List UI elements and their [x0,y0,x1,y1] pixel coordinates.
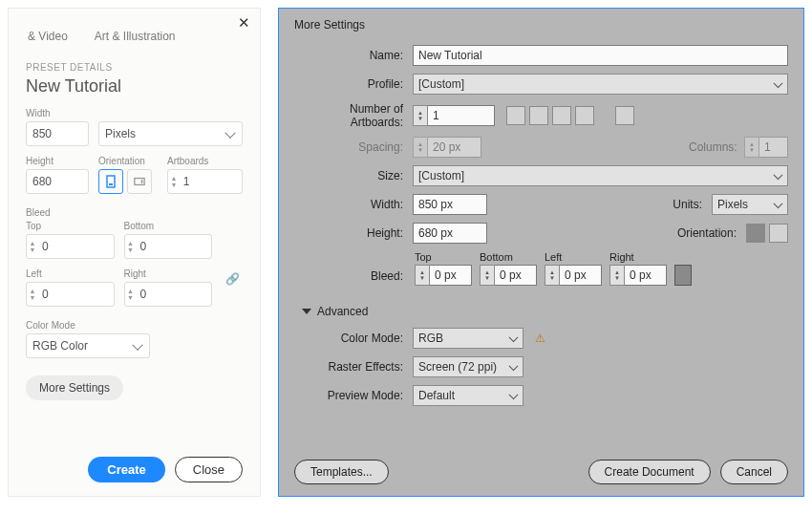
r-units-label: Units: [656,198,706,211]
advanced-section-toggle[interactable]: Advanced [302,305,788,318]
preview-label: Preview Mode: [294,389,407,402]
preset-details-label: PRESET DETAILS [26,62,243,73]
svg-rect-1 [109,183,113,185]
arrange-ltr-icon[interactable] [575,106,594,125]
bleed-left-stepper[interactable]: ▲▼ [26,282,115,307]
create-button[interactable]: Create [88,457,164,482]
bleed-top-stepper[interactable]: ▲▼ [26,234,115,259]
bleed-top-value[interactable] [38,240,113,253]
r-orientation-landscape-icon[interactable] [769,224,788,243]
width-label: Width [26,108,89,118]
orientation-landscape-icon[interactable] [127,169,152,194]
r-left-label: Left [545,251,602,263]
left-label: Left [26,268,115,279]
r-orientation-portrait-icon[interactable] [746,224,765,243]
svg-rect-0 [107,176,115,187]
profile-select[interactable]: [Custom] [413,74,788,95]
dialog-title: More Settings [294,18,788,45]
r-bottom-label: Bottom [480,251,537,263]
size-select[interactable]: [Custom] [413,165,788,186]
document-category-tabs: & Video Art & Illustration [26,18,243,60]
bleed-label: Bleed [26,207,243,218]
name-label: Name: [294,49,407,62]
size-label: Size: [294,169,407,182]
more-settings-button[interactable]: More Settings [26,375,123,400]
color-mode-select[interactable]: RGB Color [26,333,150,358]
r-units-select[interactable]: Pixels [712,194,788,215]
artboards-stepper[interactable]: ▲▼ [167,169,243,194]
r-bleed-bottom[interactable]: ▲▼0 px [480,265,537,286]
profile-label: Profile: [294,77,407,91]
close-icon[interactable]: ✕ [238,14,250,32]
raster-label: Raster Effects: [294,360,407,374]
name-input[interactable] [413,45,788,66]
right-label: Right [124,268,213,279]
bleed-right-value[interactable] [137,288,211,301]
units-select[interactable]: Pixels [98,121,243,146]
r-color-mode-label: Color Mode: [294,332,407,345]
r-width-label: Width: [294,198,407,211]
r-link-bleed-icon[interactable] [674,265,692,286]
columns-label: Columns: [689,140,738,154]
create-document-button[interactable]: Create Document [588,460,711,484]
width-input[interactable] [26,121,89,146]
num-artboards-stepper[interactable]: ▲▼1 [413,105,495,126]
r-height-label: Height: [294,226,407,240]
r-bleed-right[interactable]: ▲▼0 px [609,265,667,286]
bleed-bottom-stepper[interactable]: ▲▼ [124,234,213,259]
svg-rect-3 [141,180,143,182]
height-label: Height [26,156,89,166]
bleed-bottom-value[interactable] [137,240,211,253]
num-artboards-label: Number of Artboards: [294,102,407,129]
r-right-label: Right [609,251,667,263]
orientation-portrait-icon[interactable] [98,169,123,194]
bleed-right-stepper[interactable]: ▲▼ [124,282,213,307]
link-bleed-icon[interactable]: 🔗 [222,268,243,289]
bleed-left-value[interactable] [38,288,113,301]
units-label [98,108,243,118]
r-bleed-label: Bleed: [294,269,407,286]
raster-select[interactable]: Screen (72 ppi) [413,356,524,377]
height-input[interactable] [26,169,89,194]
cancel-button[interactable]: Cancel [720,460,788,484]
templates-button[interactable]: Templates... [294,460,389,484]
top-label: Top [26,221,115,231]
spacing-label: Spacing: [294,140,407,154]
bottom-label: Bottom [124,221,213,231]
more-settings-dialog: More Settings Name: Profile: [Custom] Nu… [278,8,804,497]
preview-select[interactable]: Default [413,385,524,406]
close-button[interactable]: Close [175,457,243,482]
r-color-mode-select[interactable]: RGB [413,328,524,349]
r-bleed-top[interactable]: ▲▼0 px [415,265,472,286]
artboards-value[interactable] [180,175,242,188]
preset-details-panel: ✕ & Video Art & Illustration PRESET DETA… [8,8,261,497]
document-name[interactable]: New Tutorial [26,76,243,96]
r-bleed-left[interactable]: ▲▼0 px [545,265,602,286]
columns-stepper: ▲▼1 [744,137,788,158]
grid-by-row-icon[interactable] [506,106,525,125]
r-top-label: Top [415,251,472,263]
color-mode-label: Color Mode [26,320,243,331]
svg-rect-2 [135,179,144,185]
r-orientation-label: Orientation: [677,226,740,240]
grid-by-col-icon[interactable] [529,106,548,125]
r-height-input[interactable] [413,223,487,244]
orientation-label: Orientation [98,156,158,166]
r-width-input[interactable] [413,194,487,215]
spacing-stepper: ▲▼20 px [413,137,481,158]
warning-icon: ⚠ [533,332,546,345]
arrange-rtl-icon[interactable] [552,106,571,125]
triangle-down-icon [302,309,311,314]
arrange-down-icon[interactable] [615,106,634,125]
tab-video[interactable]: & Video [28,30,68,43]
artboards-label: Artboards [167,156,243,166]
tab-art-illustration[interactable]: Art & Illustration [95,30,176,43]
